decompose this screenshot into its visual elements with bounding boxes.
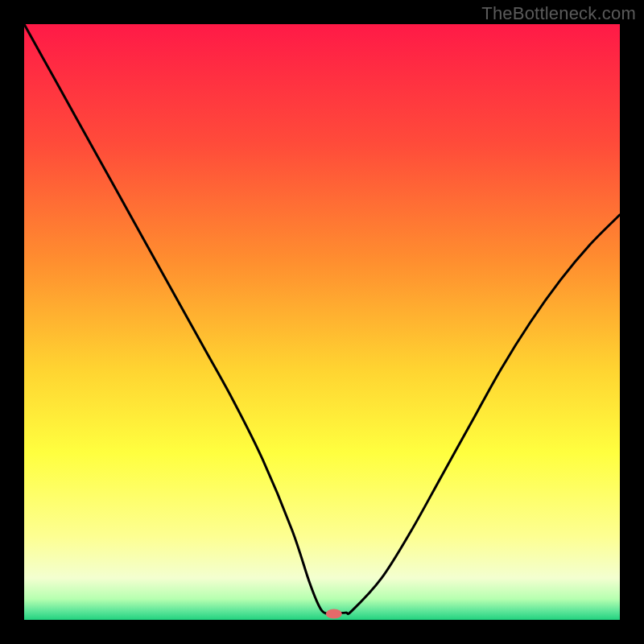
bottleneck-chart	[0, 0, 644, 644]
optimal-point	[326, 609, 342, 619]
watermark-text: TheBottleneck.com	[481, 3, 636, 24]
chart-frame: TheBottleneck.com	[0, 0, 644, 644]
